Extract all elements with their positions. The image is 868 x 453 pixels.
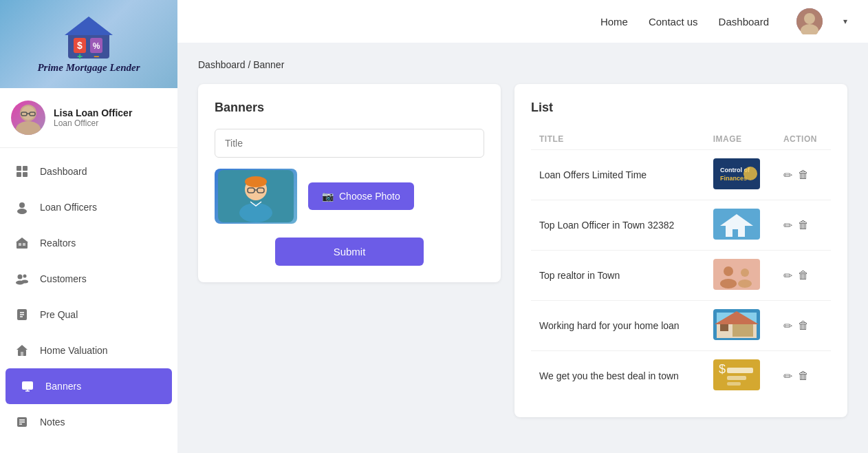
svg-point-63 [741,268,749,277]
row-title: We get you the best deal in town [531,351,705,401]
svg-point-18 [19,202,25,208]
delete-button[interactable]: 🗑 [798,269,809,282]
nav-menu: Dashboard Loan Officers Realtors Custome… [0,148,177,453]
sidebar-label-customers: Customers [40,273,87,284]
topnav-avatar[interactable] [796,8,823,34]
sidebar: $ % + − Prime Mortgage Lender [0,0,177,453]
table-row: Top realtor in Town ✏ 🗑 [531,251,831,301]
svg-point-55 [744,167,757,180]
sidebar-label-notes: Notes [40,417,65,428]
topnav-dropdown-icon[interactable]: ▾ [843,17,847,26]
sidebar-item-loan-officers[interactable]: Loan Officers [0,189,177,225]
table-row: We get you the best deal in town $ ✏ 🗑 [531,351,831,401]
sidebar-logo: $ % + − Prime Mortgage Lender [0,0,177,88]
sidebar-item-notes[interactable]: Notes [0,404,177,440]
main-content: Home Contact us Dashboard ▾ Dashboard / … [177,0,868,453]
svg-text:$: $ [719,362,726,376]
svg-rect-15 [23,166,28,171]
row-action: ✏ 🗑 [775,351,831,401]
choose-photo-button[interactable]: 📷 Choose Photo [308,182,414,210]
sidebar-item-banners[interactable]: Banners [6,368,172,404]
topnav-dashboard[interactable]: Dashboard [719,16,769,28]
banners-card: Banners [198,84,501,282]
svg-rect-16 [17,172,21,177]
svg-rect-73 [727,368,753,373]
banners-table: TITLE IMAGE ACTION Loan Offers Limited T… [531,129,831,401]
svg-point-9 [16,121,41,135]
svg-rect-17 [23,172,28,177]
topnav-links: Home Contact us Dashboard ▾ [600,8,847,34]
svg-point-19 [17,209,27,214]
svg-text:−: − [94,51,99,61]
svg-point-43 [804,13,815,24]
row-image: $ [705,351,775,401]
delete-button[interactable]: 🗑 [798,169,809,181]
svg-rect-68 [720,324,728,331]
delete-button[interactable]: 🗑 [798,370,809,382]
svg-point-62 [720,279,737,288]
svg-text:+: + [77,51,83,61]
svg-text:$: $ [77,40,83,51]
user-profile: Lisa Loan Officer Loan Officer [0,88,177,148]
sidebar-item-pre-qual[interactable]: Pre Qual [0,297,177,333]
row-title: Top realtor in Town [531,251,705,301]
list-card-title: List [531,101,831,115]
topnav-home[interactable]: Home [600,16,628,28]
sidebar-item-dashboard[interactable]: Dashboard [0,154,177,189]
breadcrumb-base[interactable]: Dashboard [198,59,246,70]
sidebar-label-loan-officers: Loan Officers [40,202,97,213]
sidebar-item-customers[interactable]: Customers [0,261,177,297]
svg-point-26 [23,275,27,278]
svg-point-64 [738,280,752,288]
image-upload-row: 📷 Choose Photo [215,169,484,224]
svg-rect-75 [727,382,741,386]
choose-photo-label: Choose Photo [339,191,400,202]
banner-title-input[interactable] [215,129,484,158]
top-nav: Home Contact us Dashboard ▾ [177,0,868,43]
logo-icon: $ % + − [61,13,116,61]
sidebar-item-home-valuation[interactable]: Home Valuation [0,333,177,368]
row-image [705,251,775,301]
user-info: Lisa Loan Officer Loan Officer [54,107,132,128]
svg-text:%: % [93,41,100,51]
svg-rect-21 [19,243,21,246]
svg-point-61 [724,266,733,276]
svg-point-24 [18,275,23,280]
row-image: Control ofFinances [705,150,775,200]
col-action: ACTION [775,129,831,150]
submit-button[interactable]: Submit [275,238,424,266]
edit-button[interactable]: ✏ [783,319,792,333]
edit-button[interactable]: ✏ [783,219,792,232]
svg-rect-69 [733,324,753,337]
svg-marker-32 [17,345,28,350]
delete-button[interactable]: 🗑 [798,219,809,231]
row-action: ✏ 🗑 [775,251,831,301]
breadcrumb-current: Banner [253,59,284,70]
banners-icon [19,378,36,394]
edit-button[interactable]: ✏ [783,370,792,383]
list-card: List TITLE IMAGE ACTION Loan Offers Limi… [514,84,847,417]
camera-icon: 📷 [322,191,334,202]
customers-icon [14,271,30,287]
sidebar-item-realtors[interactable]: Realtors [0,225,177,261]
row-title: Top Loan Officer in Town 32382 [531,200,705,251]
delete-button[interactable]: 🗑 [798,319,809,332]
user-role: Loan Officer [54,118,132,128]
logo-title: Prime Mortgage Lender [37,61,140,75]
table-row: Loan Offers Limited Time Control ofFinan… [531,150,831,200]
content-columns: Banners [198,84,847,417]
col-image: IMAGE [705,129,775,150]
svg-text:Finances: Finances [720,175,747,182]
topnav-contact[interactable]: Contact us [649,16,698,28]
row-image [705,200,775,251]
user-avatar [11,101,45,135]
edit-button[interactable]: ✏ [783,269,792,282]
svg-rect-20 [17,242,28,249]
svg-point-27 [21,280,28,284]
table-row: Working hard for your home loan ✏ 🗑 [531,301,831,351]
edit-button[interactable]: ✏ [783,169,792,182]
banners-card-title: Banners [215,101,484,115]
svg-rect-34 [21,352,23,356]
svg-rect-74 [727,376,746,380]
home-valuation-icon [14,342,30,359]
